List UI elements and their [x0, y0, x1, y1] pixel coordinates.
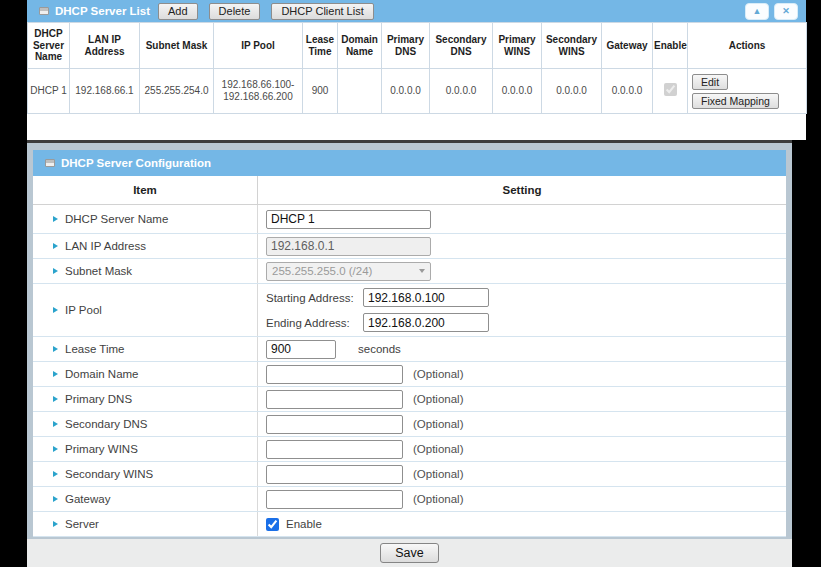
- cell-subnet-mask: 255.255.254.0: [140, 69, 214, 114]
- row-secondary-wins: Secondary WINS (Optional): [33, 462, 786, 487]
- fixed-mapping-button[interactable]: Fixed Mapping: [692, 93, 779, 109]
- cell-gateway: 0.0.0.0: [602, 69, 653, 114]
- row-ip-pool: IP Pool Starting Address: Ending Address…: [33, 284, 786, 337]
- item-column-header: Item: [33, 176, 258, 204]
- row-enable-checkbox[interactable]: [664, 83, 677, 96]
- row-gateway: Gateway (Optional): [33, 487, 786, 512]
- item-arrow-icon: [53, 216, 58, 222]
- dhcp-server-list-title: DHCP Server List: [55, 5, 150, 17]
- delete-button[interactable]: Delete: [209, 3, 261, 20]
- optional-note: (Optional): [413, 468, 464, 480]
- starting-address-label: Starting Address:: [266, 292, 363, 304]
- row-dhcp-server-name: DHCP Server Name: [33, 205, 786, 234]
- optional-note: (Optional): [413, 368, 464, 380]
- subnet-mask-select: 255.255.255.0 (/24): [266, 262, 431, 281]
- dhcp-client-list-button[interactable]: DHCP Client List: [271, 3, 373, 20]
- primary-wins-input[interactable]: [266, 440, 403, 459]
- col-subnet-mask: Subnet Mask: [140, 23, 214, 69]
- item-arrow-icon: [53, 243, 58, 249]
- configuration-footer: Save: [27, 539, 792, 567]
- secondary-dns-label: Secondary DNS: [65, 418, 147, 430]
- collapse-panel-icon[interactable]: ▲: [745, 3, 769, 20]
- dhcp-server-configuration-panel: DHCP Server Configuration Item Setting D…: [27, 140, 792, 567]
- col-primary-dns: Primary DNS: [382, 23, 430, 69]
- cell-primary-wins: 0.0.0.0: [493, 69, 542, 114]
- row-domain-name: Domain Name (Optional): [33, 362, 786, 387]
- gateway-input[interactable]: [266, 490, 403, 509]
- configuration-table-header: Item Setting: [33, 176, 786, 205]
- col-actions: Actions: [688, 23, 807, 69]
- lease-time-input[interactable]: [266, 340, 336, 359]
- server-enable-checkbox[interactable]: [266, 518, 279, 531]
- dhcp-server-list-table: DHCP Server Name LAN IP Address Subnet M…: [27, 22, 807, 114]
- chevron-down-icon: [419, 269, 425, 273]
- item-arrow-icon: [53, 521, 58, 527]
- item-arrow-icon: [53, 421, 58, 427]
- ending-address-label: Ending Address:: [266, 317, 363, 329]
- dhcp-server-list-panel: DHCP Server List Add Delete DHCP Client …: [27, 0, 806, 140]
- secondary-dns-input[interactable]: [266, 415, 403, 434]
- window-controls: ▲ ✕: [745, 3, 798, 20]
- cell-actions: Edit Fixed Mapping: [688, 69, 807, 114]
- edit-button[interactable]: Edit: [692, 74, 728, 90]
- row-lease-time: Lease Time seconds: [33, 337, 786, 362]
- optional-note: (Optional): [413, 393, 464, 405]
- row-primary-wins: Primary WINS (Optional): [33, 437, 786, 462]
- item-arrow-icon: [53, 446, 58, 452]
- optional-note: (Optional): [413, 418, 464, 430]
- server-label: Server: [65, 518, 99, 530]
- item-arrow-icon: [53, 307, 58, 313]
- primary-dns-label: Primary DNS: [65, 393, 132, 405]
- optional-note: (Optional): [413, 493, 464, 505]
- col-secondary-wins: Secondary WINS: [542, 23, 602, 69]
- dhcp-server-configuration-title: DHCP Server Configuration: [61, 157, 211, 169]
- ending-address-input[interactable]: [363, 313, 489, 332]
- cell-secondary-dns: 0.0.0.0: [430, 69, 493, 114]
- cell-lease-time: 900: [303, 69, 338, 114]
- cell-enable: [653, 69, 688, 114]
- cell-lan-ip: 192.168.66.1: [70, 69, 140, 114]
- screen: DHCP Server List Add Delete DHCP Client …: [0, 0, 821, 567]
- dhcp-server-name-input[interactable]: [266, 210, 431, 229]
- starting-address-input[interactable]: [363, 288, 489, 307]
- cell-primary-dns: 0.0.0.0: [382, 69, 430, 114]
- list-table-header-row: DHCP Server Name LAN IP Address Subnet M…: [28, 23, 807, 69]
- gateway-label: Gateway: [65, 493, 110, 505]
- row-secondary-dns: Secondary DNS (Optional): [33, 412, 786, 437]
- cell-ip-pool: 192.168.66.100-192.168.66.200: [214, 69, 303, 114]
- item-arrow-icon: [53, 346, 58, 352]
- item-arrow-icon: [53, 371, 58, 377]
- lan-ip-address-input: [266, 237, 431, 256]
- cell-secondary-wins: 0.0.0.0: [542, 69, 602, 114]
- row-server: Server Enable: [33, 512, 786, 537]
- domain-name-label: Domain Name: [65, 368, 139, 380]
- col-gateway: Gateway: [602, 23, 653, 69]
- item-arrow-icon: [53, 471, 58, 477]
- col-primary-wins: Primary WINS: [493, 23, 542, 69]
- col-ip-pool: IP Pool: [214, 23, 303, 69]
- col-secondary-dns: Secondary DNS: [430, 23, 493, 69]
- ip-pool-label: IP Pool: [65, 304, 102, 316]
- lease-time-unit: seconds: [358, 343, 401, 355]
- col-domain-name: Domain Name: [338, 23, 382, 69]
- lease-time-label: Lease Time: [65, 343, 124, 355]
- server-enable-label: Enable: [286, 518, 322, 530]
- row-lan-ip-address: LAN IP Address: [33, 234, 786, 259]
- dhcp-server-list-header-bar: DHCP Server List Add Delete DHCP Client …: [27, 0, 806, 22]
- table-row: DHCP 1 192.168.66.1 255.255.254.0 192.16…: [28, 69, 807, 114]
- secondary-wins-label: Secondary WINS: [65, 468, 153, 480]
- secondary-wins-input[interactable]: [266, 465, 403, 484]
- col-dhcp-server-name: DHCP Server Name: [28, 23, 70, 69]
- primary-dns-input[interactable]: [266, 390, 403, 409]
- cell-server-name: DHCP 1: [28, 69, 70, 114]
- save-button[interactable]: Save: [380, 543, 439, 563]
- domain-name-input[interactable]: [266, 365, 403, 384]
- cell-domain-name: [338, 69, 382, 114]
- item-arrow-icon: [53, 268, 58, 274]
- lan-ip-address-label: LAN IP Address: [65, 240, 146, 252]
- close-panel-icon[interactable]: ✕: [774, 3, 798, 20]
- dhcp-server-configuration-header-bar: DHCP Server Configuration: [33, 150, 786, 176]
- add-button[interactable]: Add: [158, 3, 198, 20]
- optional-note: (Optional): [413, 443, 464, 455]
- row-primary-dns: Primary DNS (Optional): [33, 387, 786, 412]
